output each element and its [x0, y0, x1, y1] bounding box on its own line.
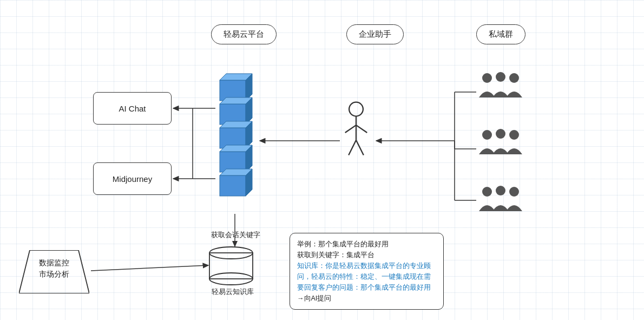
- svg-point-26: [509, 130, 519, 140]
- knowledge-base-cylinder: [207, 246, 255, 287]
- knowledge-reply-text: 知识库：你是轻易云数据集成平台的专业顾问，轻易云的特性：稳定、一键集成现在需要回…: [297, 260, 436, 293]
- data-monitor-label: 数据监控市场分析: [21, 257, 88, 280]
- qingyiyun-platform-label: 轻易云平台: [211, 24, 277, 44]
- midjourney-box: Midjourney: [93, 162, 172, 195]
- enterprise-assistant-label: 企业助手: [346, 24, 404, 44]
- svg-line-18: [356, 125, 367, 133]
- svg-point-25: [496, 129, 505, 139]
- svg-line-20: [356, 140, 364, 155]
- svg-line-19: [349, 140, 356, 155]
- group-icon-middle: [476, 127, 525, 168]
- svg-rect-12: [220, 175, 246, 196]
- svg-point-22: [496, 72, 505, 82]
- ai-chat-box: AI Chat: [93, 92, 172, 125]
- group-icon-bottom: [476, 184, 525, 225]
- svg-point-15: [349, 102, 363, 116]
- svg-line-48: [91, 265, 208, 271]
- server-stack: [215, 70, 254, 211]
- svg-point-21: [482, 73, 492, 83]
- knowledge-base-label: 轻易云知识库: [208, 287, 257, 297]
- svg-point-27: [482, 187, 492, 197]
- ai-prompt-text: →向AI提问: [297, 293, 436, 304]
- svg-point-23: [509, 73, 519, 83]
- keyword-result: 获取到关键字：集成平台: [297, 250, 436, 260]
- svg-line-17: [345, 125, 356, 133]
- get-keyword-label: 获取会话关键字: [211, 230, 260, 240]
- svg-point-28: [496, 186, 505, 195]
- info-box: 举例：那个集成平台的最好用 获取到关键字：集成平台 知识库：你是轻易云数据集成平…: [290, 233, 444, 310]
- person-icon: [340, 100, 372, 165]
- private-group-label: 私域群: [476, 24, 525, 44]
- group-icon-top: [476, 70, 525, 111]
- example-text: 举例：那个集成平台的最好用: [297, 239, 436, 250]
- svg-point-29: [509, 187, 519, 197]
- svg-point-24: [482, 130, 492, 140]
